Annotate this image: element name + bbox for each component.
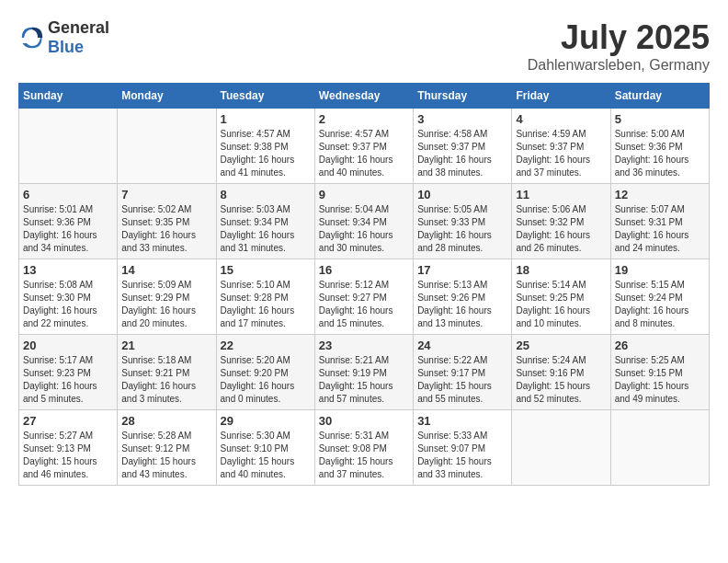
day-number: 8 [221, 188, 311, 201]
day-number: 12 [615, 188, 705, 201]
day-info: Sunrise: 5:10 AMSunset: 9:28 PMDaylight:… [221, 279, 311, 330]
calendar-day: 23Sunrise: 5:21 AMSunset: 9:19 PMDayligh… [314, 335, 413, 410]
day-number: 4 [516, 112, 606, 126]
calendar-day: 7Sunrise: 5:02 AMSunset: 9:35 PMDaylight… [118, 184, 216, 259]
calendar-day: 31Sunrise: 5:33 AMSunset: 9:07 PMDayligh… [414, 410, 512, 486]
day-info: Sunrise: 5:25 AMSunset: 9:15 PMDaylight:… [615, 354, 705, 406]
calendar-day: 28Sunrise: 5:28 AMSunset: 9:12 PMDayligh… [118, 410, 216, 486]
day-number: 2 [319, 112, 409, 126]
calendar-week-5: 27Sunrise: 5:27 AMSunset: 9:13 PMDayligh… [19, 410, 710, 486]
logo-icon [18, 24, 46, 52]
day-number: 21 [121, 339, 211, 352]
day-number: 25 [516, 339, 606, 352]
calendar-day: 4Sunrise: 4:59 AMSunset: 9:37 PMDaylight… [512, 109, 610, 184]
weekday-header-row: SundayMondayTuesdayWednesdayThursdayFrid… [19, 84, 710, 109]
calendar-day: 18Sunrise: 5:14 AMSunset: 9:25 PMDayligh… [512, 259, 610, 335]
day-info: Sunrise: 5:08 AMSunset: 9:30 PMDaylight:… [23, 279, 113, 330]
calendar-day: 6Sunrise: 5:01 AMSunset: 9:36 PMDaylight… [19, 184, 118, 259]
day-info: Sunrise: 4:59 AMSunset: 9:37 PMDaylight:… [516, 128, 606, 179]
day-number: 9 [319, 188, 409, 201]
calendar-day [118, 109, 216, 184]
logo-general: General [48, 18, 109, 37]
day-number: 7 [121, 188, 211, 201]
calendar-day [512, 410, 610, 486]
day-info: Sunrise: 5:18 AMSunset: 9:21 PMDaylight:… [121, 354, 211, 406]
day-number: 11 [516, 188, 606, 201]
day-info: Sunrise: 5:05 AMSunset: 9:33 PMDaylight:… [417, 203, 507, 255]
calendar-day: 26Sunrise: 5:25 AMSunset: 9:15 PMDayligh… [610, 335, 709, 410]
calendar-day: 5Sunrise: 5:00 AMSunset: 9:36 PMDaylight… [610, 109, 709, 184]
day-number: 18 [516, 263, 606, 277]
day-info: Sunrise: 5:02 AMSunset: 9:35 PMDaylight:… [121, 203, 211, 255]
page-header: General Blue July 2025 Dahlenwarsleben, … [18, 18, 710, 74]
calendar-day: 17Sunrise: 5:13 AMSunset: 9:26 PMDayligh… [414, 259, 512, 335]
calendar-day: 12Sunrise: 5:07 AMSunset: 9:31 PMDayligh… [610, 184, 709, 259]
day-number: 15 [221, 263, 311, 277]
calendar-day: 13Sunrise: 5:08 AMSunset: 9:30 PMDayligh… [19, 259, 118, 335]
title-section: July 2025 Dahlenwarsleben, Germany [528, 18, 710, 74]
day-info: Sunrise: 5:04 AMSunset: 9:34 PMDaylight:… [319, 203, 409, 255]
logo-blue: Blue [48, 38, 84, 56]
day-number: 17 [417, 263, 507, 277]
day-number: 1 [221, 112, 311, 126]
day-number: 5 [615, 112, 705, 126]
calendar-week-1: 1Sunrise: 4:57 AMSunset: 9:38 PMDaylight… [19, 109, 710, 184]
day-number: 28 [121, 414, 211, 428]
day-info: Sunrise: 5:27 AMSunset: 9:13 PMDaylight:… [23, 430, 113, 481]
calendar-day [610, 410, 709, 486]
calendar-day: 10Sunrise: 5:05 AMSunset: 9:33 PMDayligh… [414, 184, 512, 259]
day-info: Sunrise: 5:20 AMSunset: 9:20 PMDaylight:… [221, 354, 311, 406]
day-info: Sunrise: 5:00 AMSunset: 9:36 PMDaylight:… [615, 128, 705, 179]
day-number: 14 [121, 263, 211, 277]
calendar-day: 9Sunrise: 5:04 AMSunset: 9:34 PMDaylight… [314, 184, 413, 259]
weekday-header-wednesday: Wednesday [314, 84, 413, 109]
weekday-header-monday: Monday [118, 84, 216, 109]
day-number: 22 [221, 339, 311, 352]
day-info: Sunrise: 5:31 AMSunset: 9:08 PMDaylight:… [319, 430, 409, 481]
day-info: Sunrise: 5:24 AMSunset: 9:16 PMDaylight:… [516, 354, 606, 406]
day-number: 13 [23, 263, 113, 277]
day-number: 24 [417, 339, 507, 352]
day-info: Sunrise: 5:01 AMSunset: 9:36 PMDaylight:… [23, 203, 113, 255]
day-number: 16 [319, 263, 409, 277]
calendar-day: 29Sunrise: 5:30 AMSunset: 9:10 PMDayligh… [216, 410, 314, 486]
calendar-day: 30Sunrise: 5:31 AMSunset: 9:08 PMDayligh… [314, 410, 413, 486]
day-number: 29 [221, 414, 311, 428]
day-info: Sunrise: 5:12 AMSunset: 9:27 PMDaylight:… [319, 279, 409, 330]
weekday-header-tuesday: Tuesday [216, 84, 314, 109]
day-number: 10 [417, 188, 507, 201]
day-info: Sunrise: 5:28 AMSunset: 9:12 PMDaylight:… [121, 430, 211, 481]
calendar-body: 1Sunrise: 4:57 AMSunset: 9:38 PMDaylight… [19, 109, 710, 486]
day-number: 20 [23, 339, 113, 352]
calendar-day: 25Sunrise: 5:24 AMSunset: 9:16 PMDayligh… [512, 335, 610, 410]
calendar-day: 19Sunrise: 5:15 AMSunset: 9:24 PMDayligh… [610, 259, 709, 335]
day-info: Sunrise: 4:57 AMSunset: 9:38 PMDaylight:… [221, 128, 311, 179]
calendar-day: 22Sunrise: 5:20 AMSunset: 9:20 PMDayligh… [216, 335, 314, 410]
day-number: 31 [417, 414, 507, 428]
calendar-table: SundayMondayTuesdayWednesdayThursdayFrid… [18, 83, 710, 486]
weekday-header-friday: Friday [512, 84, 610, 109]
weekday-header-sunday: Sunday [19, 84, 118, 109]
day-info: Sunrise: 5:22 AMSunset: 9:17 PMDaylight:… [417, 354, 507, 406]
day-number: 23 [319, 339, 409, 352]
day-number: 26 [615, 339, 705, 352]
day-info: Sunrise: 5:06 AMSunset: 9:32 PMDaylight:… [516, 203, 606, 255]
calendar-day: 15Sunrise: 5:10 AMSunset: 9:28 PMDayligh… [216, 259, 314, 335]
location-title: Dahlenwarsleben, Germany [528, 57, 710, 74]
calendar-day: 2Sunrise: 4:57 AMSunset: 9:37 PMDaylight… [314, 109, 413, 184]
day-info: Sunrise: 5:07 AMSunset: 9:31 PMDaylight:… [615, 203, 705, 255]
day-number: 19 [615, 263, 705, 277]
day-number: 6 [23, 188, 113, 201]
calendar-week-3: 13Sunrise: 5:08 AMSunset: 9:30 PMDayligh… [19, 259, 710, 335]
day-info: Sunrise: 5:21 AMSunset: 9:19 PMDaylight:… [319, 354, 409, 406]
calendar-day: 24Sunrise: 5:22 AMSunset: 9:17 PMDayligh… [414, 335, 512, 410]
day-number: 30 [319, 414, 409, 428]
weekday-header-thursday: Thursday [414, 84, 512, 109]
calendar-day: 20Sunrise: 5:17 AMSunset: 9:23 PMDayligh… [19, 335, 118, 410]
calendar-week-4: 20Sunrise: 5:17 AMSunset: 9:23 PMDayligh… [19, 335, 710, 410]
calendar-day: 1Sunrise: 4:57 AMSunset: 9:38 PMDaylight… [216, 109, 314, 184]
day-info: Sunrise: 5:15 AMSunset: 9:24 PMDaylight:… [615, 279, 705, 330]
day-info: Sunrise: 5:17 AMSunset: 9:23 PMDaylight:… [23, 354, 113, 406]
day-info: Sunrise: 5:14 AMSunset: 9:25 PMDaylight:… [516, 279, 606, 330]
calendar-day: 3Sunrise: 4:58 AMSunset: 9:37 PMDaylight… [414, 109, 512, 184]
